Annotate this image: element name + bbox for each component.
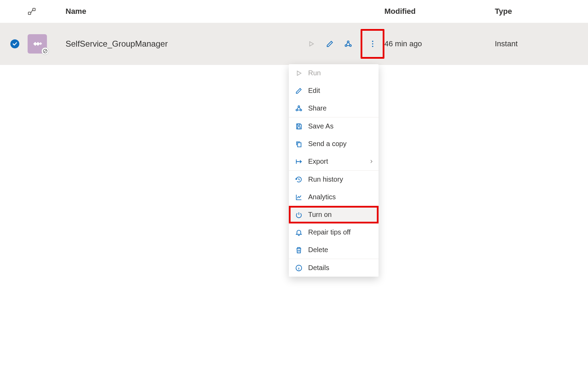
modified-column-header[interactable]: Modified [384,7,495,16]
flows-table: Name Modified Type [0,0,588,65]
edit-button[interactable] [324,37,336,51]
name-column-header[interactable]: Name [53,7,305,16]
table-header: Name Modified Type [0,0,588,23]
svg-point-10 [372,41,373,42]
svg-line-6 [44,50,47,52]
svg-rect-0 [28,12,31,15]
disabled-badge-icon [41,47,49,55]
svg-point-11 [372,43,373,45]
svg-rect-4 [39,42,42,45]
flow-type-icon-header [28,7,53,16]
flow-row[interactable]: SelfService_GroupManager [0,23,588,65]
flow-type: Instant [495,39,518,48]
svg-rect-1 [33,8,35,11]
svg-point-12 [372,46,373,47]
share-button[interactable] [342,37,354,51]
context-menu: Run Edit Share Save As [289,64,379,65]
flow-name[interactable]: SelfService_GroupManager [66,39,168,48]
run-button [305,37,317,51]
svg-rect-3 [36,42,40,46]
type-column-header[interactable]: Type [495,7,578,16]
menu-run: Run [289,64,379,65]
modified-time: 46 min ago [384,39,422,48]
flow-icon [28,34,47,54]
more-actions-button[interactable] [361,29,384,59]
svg-point-7 [347,41,349,43]
row-select-checkbox[interactable] [10,39,19,48]
